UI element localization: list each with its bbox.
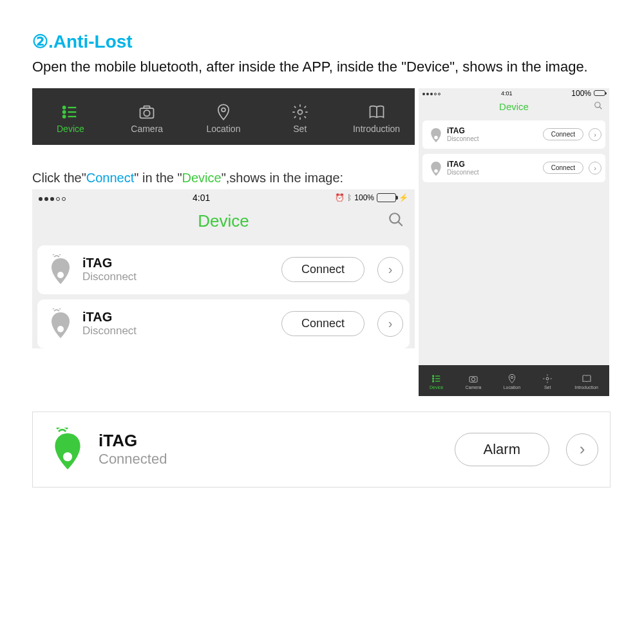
tab-camera[interactable]: Camera [115,103,179,134]
tab-label: Location [504,385,520,390]
connect-button[interactable]: Connect [281,257,365,282]
device-name: iTAG [99,431,442,451]
book-icon [582,374,592,384]
device-name: iTAG [447,126,539,135]
svg-point-29 [546,377,549,380]
device-name: iTAG [447,160,539,169]
book-icon [368,103,386,121]
bluetooth-icon: ᛒ [347,193,352,202]
svg-point-2 [63,111,66,113]
list-icon [61,103,79,121]
tab-label: Introduction [353,124,400,134]
svg-point-28 [511,376,513,378]
location-icon [507,374,517,384]
device-status: Disconnect [82,325,272,337]
device-status: Disconnect [82,270,272,283]
itag-icon [48,254,73,285]
device-status: Disconnect [447,169,539,176]
svg-point-18 [434,135,438,139]
connect-button[interactable]: Connect [543,128,583,140]
chevron-right-icon[interactable]: › [589,162,601,175]
chevron-right-icon[interactable]: › [377,311,403,337]
chevron-right-icon[interactable]: › [566,433,598,466]
device-card: iTAG Disconnect Connect › [37,245,410,294]
camera-icon [138,103,156,121]
svg-point-20 [432,375,433,377]
tab-label: Device [430,385,443,390]
svg-point-27 [471,377,475,381]
itag-icon [429,126,443,144]
tab-label: Location [207,124,241,134]
title-bar: Device [32,204,415,240]
gear-icon [542,374,553,384]
svg-rect-8 [144,106,150,108]
gear-icon [291,103,309,121]
connected-device-card: iTAG Connected Alarm › [32,412,611,488]
status-bar: 4:01 100% [419,88,609,97]
svg-point-7 [144,110,150,116]
instruction-text: Click the"Connect" in the "Device",shows… [32,171,415,185]
svg-line-13 [398,222,402,226]
connect-button[interactable]: Connect [543,162,583,174]
tab-bar: Device Camera Location Set Introduction [32,88,415,145]
svg-point-9 [222,108,225,111]
battery-icon [594,90,605,96]
tab-device[interactable]: Device [38,103,102,134]
search-icon[interactable] [594,101,603,113]
location-icon [214,103,232,121]
tab-set[interactable]: Set [268,103,332,134]
tab-label: Device [57,124,84,134]
tab-label: Set [544,385,551,390]
device-card: iTAG Disconnect Connect › [422,120,605,149]
section-description: Open the mobile bluetooth, after inside … [32,57,612,77]
app-small-view: 4:01 100% Device iTAG Disconnect Connect… [419,88,609,396]
list-icon [431,374,442,384]
alarm-icon: ⏰ [335,193,345,202]
svg-point-15 [57,326,64,332]
svg-point-30 [63,452,72,461]
tab-introduction[interactable]: Introduction [345,103,409,134]
status-time: 4:01 [193,193,210,203]
itag-icon [50,428,86,471]
chevron-right-icon[interactable]: › [589,128,601,141]
camera-icon [468,374,478,384]
svg-point-24 [432,381,433,382]
svg-point-0 [63,106,66,109]
status-bar: 4:01 ⏰ ᛒ 100% ⚡ [32,189,415,204]
tab-set[interactable]: Set [542,374,553,390]
connect-button[interactable]: Connect [281,311,365,336]
tab-label: Introduction [574,385,598,390]
battery-icon [377,193,396,202]
tab-device[interactable]: Device [430,374,443,390]
svg-line-17 [600,106,602,109]
page-title: Device [198,211,249,231]
device-status: Disconnect [447,135,539,142]
svg-point-12 [390,213,399,223]
svg-point-19 [434,169,438,173]
itag-icon [48,308,73,339]
svg-point-22 [432,378,433,379]
tab-location[interactable]: Location [191,103,256,134]
battery-percent: 100% [354,193,374,202]
svg-point-10 [298,109,302,114]
device-card: iTAG Disconnect Connect › [422,154,605,182]
signal-dots-icon [422,90,442,97]
tab-camera[interactable]: Camera [466,374,482,390]
charging-icon: ⚡ [399,193,408,202]
device-name: iTAG [82,256,272,270]
status-time: 4:01 [501,90,513,97]
svg-point-14 [57,272,64,278]
tab-location[interactable]: Location [504,374,520,390]
signal-dots-icon [39,193,68,203]
tab-introduction[interactable]: Introduction [574,374,598,390]
tab-label: Camera [466,385,482,390]
app-large-view: 4:01 ⏰ ᛒ 100% ⚡ Device [32,189,415,348]
section-heading: ②.Anti-Lost [32,31,612,52]
chevron-right-icon[interactable]: › [377,257,403,283]
alarm-button[interactable]: Alarm [455,433,549,466]
svg-point-16 [595,102,600,107]
device-name: iTAG [82,310,272,325]
title-bar: Device [419,97,609,118]
search-icon[interactable] [388,211,404,231]
page-title: Device [499,101,529,112]
